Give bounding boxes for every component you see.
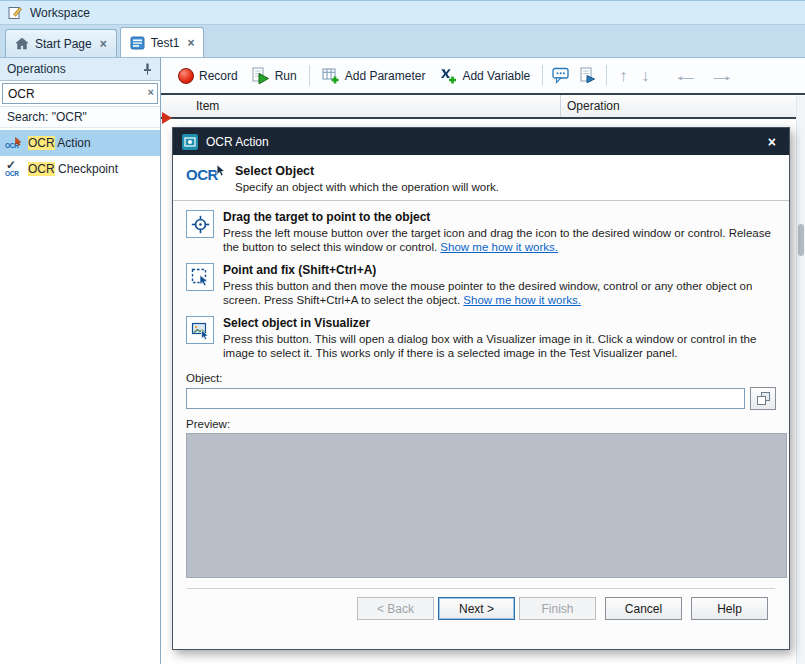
run-button[interactable]: Run xyxy=(245,63,304,89)
option-text: Point and fix (Shift+Ctrl+A) Press this … xyxy=(223,263,779,307)
navigate-forward-button[interactable]: → xyxy=(692,65,753,87)
drag-target-icon[interactable] xyxy=(186,210,214,238)
operations-panel: Operations × Search: "OCR" OCR xyxy=(0,58,161,664)
dialog-title: OCR Action xyxy=(206,135,269,149)
option-description: Press the left mouse button over the tar… xyxy=(223,226,779,254)
help-button[interactable]: Help xyxy=(691,597,768,620)
tab-test1[interactable]: Test1 × xyxy=(120,27,205,57)
move-up-button[interactable]: ↑ xyxy=(612,65,634,87)
workspace-icon xyxy=(8,5,23,20)
option-point-and-fix: Point and fix (Shift+Ctrl+A) Press this … xyxy=(186,263,776,307)
dialog-header: OCR Select Object Specify an object with… xyxy=(173,155,789,201)
back-button[interactable]: < Back xyxy=(357,597,434,620)
operations-panel-header: Operations xyxy=(0,58,160,81)
object-input[interactable] xyxy=(186,388,745,409)
toolbar-separator xyxy=(309,65,310,86)
search-caption: Search: "OCR" xyxy=(0,107,160,128)
ocr-action-icon: OCR xyxy=(5,135,22,151)
window-title: Workspace xyxy=(30,6,90,20)
tree-item-ocr-checkpoint[interactable]: ✓ OCR OCR Checkpoint xyxy=(0,156,160,182)
ocr-logo-icon: OCR xyxy=(186,166,224,190)
dialog-titlebar: OCR Action × xyxy=(173,128,789,155)
dialog-body: Drag the target to point to the object P… xyxy=(173,210,789,620)
tree-item-label: OCR Checkpoint xyxy=(28,162,118,176)
option-description: Press this button. This will open a dial… xyxy=(223,332,779,360)
tab-close-icon[interactable]: × xyxy=(187,36,194,50)
current-row-marker xyxy=(162,112,172,124)
move-down-button[interactable]: ↓ xyxy=(634,65,656,87)
vertical-scrollbar[interactable] xyxy=(796,96,805,664)
document-arrow-icon[interactable] xyxy=(575,63,601,88)
tab-start-page[interactable]: Start Page × xyxy=(5,29,117,57)
clear-search-icon[interactable]: × xyxy=(148,86,154,98)
run-icon xyxy=(252,67,270,85)
editor-toolbar: Record Run xyxy=(161,58,805,93)
comment-icon[interactable] xyxy=(548,63,575,88)
option-title: Point and fix (Shift+Ctrl+A) xyxy=(223,263,779,277)
object-picker-button[interactable] xyxy=(750,387,776,410)
ocr-action-dialog: OCR Action × OCR Select Object Specify a… xyxy=(172,127,790,650)
ocr-checkpoint-icon: ✓ OCR xyxy=(5,161,22,177)
tree-item-ocr-action[interactable]: OCR OCR Action xyxy=(0,130,160,156)
option-drag-target: Drag the target to point to the object P… xyxy=(186,210,776,254)
object-label: Object: xyxy=(186,372,776,384)
dialog-titlebar-icon xyxy=(182,134,198,150)
home-icon xyxy=(15,37,29,50)
next-button[interactable]: Next > xyxy=(438,597,515,620)
preview-label: Preview: xyxy=(186,418,776,430)
dialog-header-text: Select Object Specify an object with whi… xyxy=(235,164,499,193)
window-titlebar: Workspace xyxy=(0,0,805,25)
cursor-icon xyxy=(15,135,22,149)
wizard-buttons: < Back Next > Finish Cancel Help xyxy=(186,589,776,620)
pin-icon[interactable] xyxy=(142,63,153,75)
cancel-button[interactable]: Cancel xyxy=(605,597,682,620)
operations-panel-title: Operations xyxy=(7,62,66,76)
keyword-test-icon xyxy=(130,36,145,50)
option-title: Select object in Visualizer xyxy=(223,316,779,330)
add-parameter-button[interactable]: Add Parameter xyxy=(315,63,433,89)
option-title: Drag the target to point to the object xyxy=(223,210,779,224)
dialog-close-icon[interactable]: × xyxy=(764,134,780,150)
tab-close-icon[interactable]: × xyxy=(100,37,107,51)
scrollbar-thumb[interactable] xyxy=(798,224,804,256)
column-header-operation: Operation xyxy=(561,95,805,117)
preview-panel xyxy=(186,433,787,578)
add-variable-button[interactable]: Add Variable xyxy=(432,63,537,89)
finish-button[interactable]: Finish xyxy=(519,597,596,620)
search-input[interactable] xyxy=(2,83,158,104)
tree-item-label: OCR Action xyxy=(28,136,91,150)
operations-tree: OCR OCR Action ✓ OCR OCR Checkpoint xyxy=(0,128,160,182)
record-icon xyxy=(178,68,194,84)
option-text: Drag the target to point to the object P… xyxy=(223,210,779,254)
document-tabstrip: Start Page × Test1 × xyxy=(0,25,805,58)
show-me-how-link[interactable]: Show me how it works. xyxy=(463,294,581,306)
column-header-item: Item xyxy=(161,95,561,117)
show-me-how-link[interactable]: Show me how it works. xyxy=(440,241,558,253)
wizard-step-title: Select Object xyxy=(235,164,499,178)
add-variable-icon xyxy=(439,67,457,85)
wizard-step-subtitle: Specify an object with which the operati… xyxy=(235,181,499,193)
cursor-icon xyxy=(216,164,226,180)
record-button[interactable]: Record xyxy=(171,64,245,88)
operations-search-row: × xyxy=(0,81,160,107)
toolbar-separator xyxy=(606,65,607,86)
option-select-in-visualizer: Select object in Visualizer Press this b… xyxy=(186,316,776,360)
object-row xyxy=(186,387,776,410)
app-window: Workspace Start Page × Test1 × xyxy=(0,0,805,664)
tab-label-start-page: Start Page xyxy=(35,37,92,51)
tab-label-test1: Test1 xyxy=(151,36,180,50)
add-parameter-icon xyxy=(322,67,340,85)
option-text: Select object in Visualizer Press this b… xyxy=(223,316,779,360)
toolbar-separator xyxy=(542,65,543,86)
option-description: Press this button and then move the mous… xyxy=(223,279,779,307)
visualizer-icon[interactable] xyxy=(186,316,214,344)
point-and-fix-icon[interactable] xyxy=(186,263,214,291)
test-grid-header: Item Operation xyxy=(161,95,805,119)
